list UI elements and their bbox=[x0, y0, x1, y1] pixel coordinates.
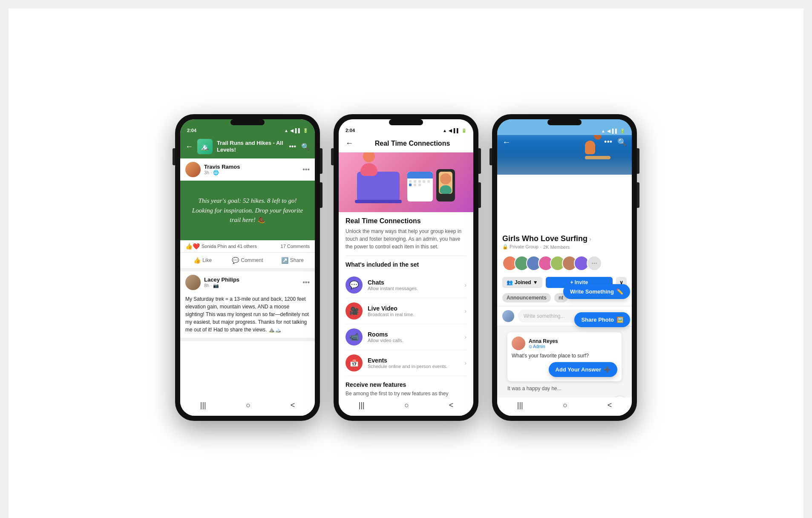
p1-nav-back[interactable]: < bbox=[291, 401, 295, 410]
p2-events-name: Events bbox=[368, 357, 459, 364]
p1-author2-avatar bbox=[185, 275, 201, 290]
p2-feature-events[interactable]: 📅 Events Schedule online and in-person e… bbox=[346, 350, 466, 376]
p3-question-info: Anna Reyes ⊙ Admin bbox=[529, 338, 558, 349]
p2-rooms-text: Rooms Allow video calls. bbox=[368, 331, 459, 343]
p3-post-preview: Anna Reyes ⊙ Admin What's your favorite … bbox=[497, 326, 632, 397]
p2-events-desc: Schedule online and in-person events. bbox=[368, 364, 459, 369]
p1-post-author: Travis Ramos 3h · 🌐 bbox=[204, 164, 299, 176]
p1-post-content: This year's goal: 52 hikes. 8 left to go… bbox=[180, 181, 315, 240]
p2-rooms-name: Rooms bbox=[368, 331, 459, 338]
p1-reaction-text: Sonida Phin and 41 others bbox=[202, 244, 257, 249]
p1-author-meta: 3h · 🌐 bbox=[204, 170, 299, 176]
p1-post-more[interactable]: ••• bbox=[302, 166, 310, 173]
p3-write-row: Write something... Write Something ✏️ Sh… bbox=[497, 306, 632, 326]
p1-nav-home[interactable]: ○ bbox=[246, 401, 251, 410]
p2-receive-title: Receive new features bbox=[346, 381, 466, 388]
p2-header: ← Real Time Connections bbox=[339, 135, 473, 153]
p1-group-title: Trail Runs and Hikes - All Levels! bbox=[217, 140, 285, 153]
p2-events-text: Events Schedule online and in-person eve… bbox=[368, 357, 459, 369]
p1-post-text: This year's goal: 52 hikes. 8 left to go… bbox=[189, 196, 306, 225]
p3-nav-home[interactable]: ○ bbox=[563, 401, 567, 410]
write-icon: ✏️ bbox=[616, 288, 623, 295]
p2-live-text: Live Video Broadcast in real time. bbox=[368, 305, 459, 317]
p2-bottom-nav: ||| ○ < bbox=[339, 397, 473, 416]
p2-main-title: Real Time Connections bbox=[346, 217, 466, 225]
p3-question-text: What's your favorite place to surf? bbox=[512, 353, 617, 359]
p2-back-button[interactable]: ← bbox=[346, 139, 353, 148]
p1-author2-name: Lacey Philips bbox=[204, 276, 299, 283]
p2-feature-rooms[interactable]: 📹 Rooms Allow video calls. › bbox=[346, 324, 466, 350]
p2-body: Real Time Connections Unlock the many wa… bbox=[339, 212, 473, 397]
p3-nav-lines[interactable]: ||| bbox=[517, 401, 523, 410]
p3-nav-back[interactable]: < bbox=[608, 401, 612, 410]
p2-chat-name: Chats bbox=[368, 279, 459, 286]
phone-1: 2:04 ▲◀▌▌🔋 ← 🏔️ Trail Runs and Hikes - A… bbox=[175, 114, 320, 421]
p3-tab-announcements[interactable]: Announcements bbox=[502, 293, 551, 302]
p2-rooms-desc: Allow video calls. bbox=[368, 338, 459, 343]
p1-search-icon[interactable]: 🔍 bbox=[301, 143, 310, 151]
p2-main-desc: Unlock the many ways that help your grou… bbox=[346, 227, 466, 256]
write-something-tooltip[interactable]: Write Something ✏️ bbox=[563, 284, 630, 299]
p3-question-author: Anna Reyes ⊙ Admin bbox=[512, 337, 617, 350]
events-icon: 📅 bbox=[346, 354, 363, 371]
p1-reactions: 👍❤️ Sonida Phin and 41 others 17 Comment… bbox=[180, 240, 315, 252]
p1-comment-btn[interactable]: 💬 Comment bbox=[225, 253, 270, 267]
p3-search-icon[interactable]: 🔍 bbox=[617, 138, 627, 147]
p1-action-bar: 👍 Like 💬 Comment ↗️ Share bbox=[180, 252, 315, 268]
live-icon: 🎥 bbox=[346, 302, 363, 319]
p3-post-text: It was a happy day he... bbox=[502, 384, 627, 394]
p1-post2-more[interactable]: ••• bbox=[302, 279, 310, 286]
p1-comment-count: 17 Comments bbox=[281, 244, 310, 249]
p1-author-name: Travis Ramos bbox=[204, 164, 299, 170]
p3-header: ← ••• 🔍 bbox=[497, 134, 632, 150]
p2-chat-text: Chats Allow instant messages. bbox=[368, 279, 459, 291]
p1-more-icon[interactable]: ••• bbox=[289, 143, 296, 151]
p3-member-avatars: ··· bbox=[497, 252, 632, 274]
p2-features-title: What's included in the set bbox=[346, 261, 466, 268]
p2-rooms-chevron: › bbox=[464, 334, 466, 340]
p2-nav-back[interactable]: < bbox=[449, 401, 454, 410]
p2-live-desc: Broadcast in real time. bbox=[368, 312, 459, 317]
p2-feature-live[interactable]: 🎥 Live Video Broadcast in real time. › bbox=[346, 298, 466, 324]
member-more: ··· bbox=[587, 256, 602, 271]
p2-nav-lines[interactable]: ||| bbox=[359, 401, 365, 410]
p1-author2-meta: 8h · 📷 bbox=[204, 283, 299, 288]
p2-header-title: Real Time Connections bbox=[358, 140, 466, 147]
p2-chat-chevron: › bbox=[464, 282, 466, 288]
close-button[interactable]: ✕ bbox=[613, 396, 627, 397]
p2-feature-chats[interactable]: 💬 Chats Allow instant messages. › bbox=[346, 272, 466, 298]
chat-icon: 💬 bbox=[346, 276, 363, 294]
wave-overlay bbox=[497, 158, 632, 175]
p3-joined-button[interactable]: 👥 Joined ▼ bbox=[502, 277, 542, 288]
phone-3: ▲◀▌▌🔋 ← ••• 🔍 bbox=[492, 114, 637, 421]
p3-status-icons: ▲◀▌▌🔋 bbox=[601, 129, 625, 133]
add-answer-tooltip[interactable]: Add Your Answer ➕ bbox=[549, 362, 617, 377]
p3-question-card: Anna Reyes ⊙ Admin What's your favorite … bbox=[507, 332, 622, 381]
p1-post2-text: My Saturday trek = a 13-mile out and bac… bbox=[180, 294, 315, 338]
p3-bottom-nav: ||| ○ < bbox=[497, 397, 632, 416]
p1-bottom-nav: ||| ○ < bbox=[180, 397, 315, 416]
p1-header-icons: ••• 🔍 bbox=[289, 143, 310, 151]
p2-chat-desc: Allow instant messages. bbox=[368, 286, 459, 291]
photo-icon: 🖼️ bbox=[616, 317, 623, 323]
p3-admin-badge: ⊙ Admin bbox=[529, 344, 558, 349]
p2-nav-home[interactable]: ○ bbox=[404, 401, 409, 410]
p3-group-name: Girls Who Love Surfing › bbox=[502, 234, 627, 243]
p3-header-right: ••• 🔍 bbox=[604, 138, 627, 147]
p1-like-btn[interactable]: 👍 Like bbox=[180, 253, 225, 267]
p1-share-btn[interactable]: ↗️ Share bbox=[270, 253, 315, 267]
p3-more-icon[interactable]: ••• bbox=[604, 138, 612, 147]
p3-group-meta: 🔒 Private Group · 2K Members bbox=[502, 244, 627, 250]
p1-group-icon: 🏔️ bbox=[197, 139, 213, 154]
rooms-icon: 📹 bbox=[346, 328, 363, 345]
p1-author-avatar bbox=[185, 162, 201, 177]
p1-group-header: ← 🏔️ Trail Runs and Hikes - All Levels! … bbox=[180, 135, 315, 158]
p1-post2-author: Lacey Philips 8h · 📷 bbox=[204, 276, 299, 288]
phone-2: 2:04 ▲◀▌▌🔋 ← Real Time Connections bbox=[334, 114, 478, 421]
p1-nav-lines[interactable]: ||| bbox=[200, 401, 206, 410]
p3-back-button[interactable]: ← bbox=[502, 137, 511, 147]
p3-user-avatar bbox=[502, 310, 514, 322]
share-photo-tooltip[interactable]: Share Photo 🖼️ bbox=[574, 312, 630, 327]
p1-back-button[interactable]: ← bbox=[185, 142, 193, 151]
p3-question-avatar bbox=[512, 337, 525, 350]
